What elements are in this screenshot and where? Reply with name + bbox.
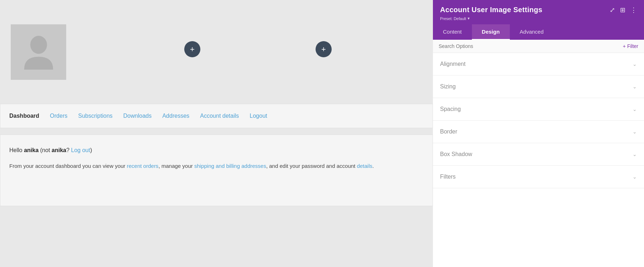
nav-subscriptions[interactable]: Subscriptions (78, 111, 112, 121)
search-input[interactable] (439, 43, 623, 49)
add-column-left-button[interactable]: + (184, 41, 200, 57)
nav-logout[interactable]: Logout (250, 111, 267, 121)
panel-title-row: Account User Image Settings ⤢ ⊞ ⋮ (440, 6, 637, 14)
panel-title: Account User Image Settings (440, 6, 542, 14)
svg-point-0 (30, 36, 47, 54)
settings-box-shadow[interactable]: Box Shadow ⌄ (433, 143, 644, 166)
search-bar: + Filter (433, 40, 644, 53)
panel-tabs: Content Design Advanced (433, 24, 644, 40)
right-panel: Account User Image Settings ⤢ ⊞ ⋮ Preset… (433, 0, 644, 267)
dashboard-section: Hello anika (not anika? Log out) From yo… (0, 135, 433, 206)
spacing-label: Spacing (440, 106, 461, 112)
preset-label: Preset: Default (440, 16, 466, 21)
nav-dashboard[interactable]: Dashboard (9, 111, 39, 121)
menu-icon[interactable]: ⋮ (630, 6, 637, 14)
avatar (11, 24, 66, 80)
username-1: anika (24, 147, 39, 153)
panel-icons: ⤢ ⊞ ⋮ (610, 6, 637, 14)
panel-header: Account User Image Settings ⤢ ⊞ ⋮ Preset… (433, 0, 644, 24)
tab-advanced[interactable]: Advanced (510, 24, 554, 40)
columns-icon[interactable]: ⊞ (620, 6, 625, 14)
preset-arrow: ▾ (468, 16, 470, 21)
nav-orders[interactable]: Orders (50, 111, 68, 121)
filter-label: Filter (627, 43, 638, 49)
settings-sizing[interactable]: Sizing ⌄ (433, 76, 644, 98)
filter-button[interactable]: + Filter (623, 43, 638, 49)
main-content: + + Dashboard Orders Subscriptions Downl… (0, 0, 433, 267)
filters-label: Filters (440, 174, 456, 180)
box-shadow-label: Box Shadow (440, 151, 472, 157)
preset-selector[interactable]: Preset: Default ▾ (440, 16, 637, 21)
settings-filters[interactable]: Filters ⌄ (433, 166, 644, 188)
recent-orders-link[interactable]: recent orders (127, 163, 158, 169)
hello-text: Hello anika (not anika? Log out) (9, 146, 424, 155)
desc-text: From your account dashboard you can view… (9, 161, 424, 171)
nav-downloads[interactable]: Downloads (123, 111, 152, 121)
filters-chevron: ⌄ (633, 174, 637, 180)
tab-design[interactable]: Design (472, 24, 510, 40)
settings-alignment[interactable]: Alignment ⌄ (433, 53, 644, 76)
add-column-right-button[interactable]: + (316, 41, 332, 57)
sizing-chevron: ⌄ (633, 84, 637, 89)
alignment-chevron: ⌄ (633, 61, 637, 67)
nav-bar: Dashboard Orders Subscriptions Downloads… (0, 104, 433, 128)
border-chevron: ⌄ (633, 129, 637, 135)
alignment-label: Alignment (440, 61, 465, 67)
settings-border[interactable]: Border ⌄ (433, 121, 644, 143)
nav-account-details[interactable]: Account details (200, 111, 239, 121)
logout-link[interactable]: Log out (71, 147, 90, 153)
nav-addresses[interactable]: Addresses (162, 111, 190, 121)
sizing-label: Sizing (440, 83, 456, 90)
settings-spacing[interactable]: Spacing ⌄ (433, 98, 644, 121)
username-2: anika (52, 147, 66, 153)
border-label: Border (440, 128, 457, 135)
box-shadow-chevron: ⌄ (633, 151, 637, 157)
tab-content[interactable]: Content (433, 24, 472, 40)
shipping-billing-link[interactable]: shipping and billing addresses (194, 163, 266, 169)
account-details-link[interactable]: details (357, 163, 372, 169)
spacing-chevron: ⌄ (633, 106, 637, 112)
resize-icon[interactable]: ⤢ (610, 6, 615, 14)
filter-plus-icon: + (623, 43, 626, 49)
top-section: + + (0, 0, 433, 104)
